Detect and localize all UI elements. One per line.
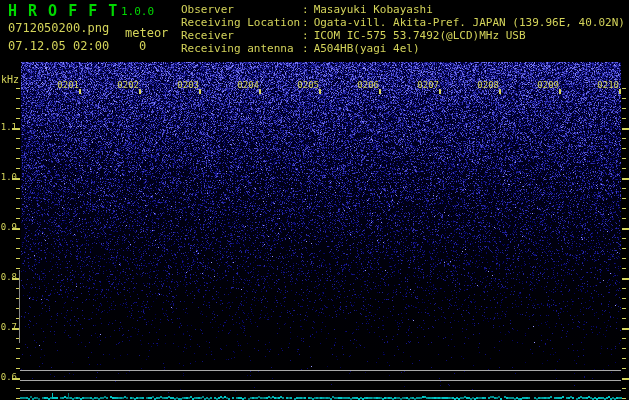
station-info-row: Receiver:ICOM IC-575 53.7492(@LCD)MHz US… xyxy=(181,29,625,42)
freq-tick-label: 1.1 xyxy=(0,122,17,132)
station-info-value: A504HB(yagi 4el) xyxy=(314,42,420,55)
datetime-label: 07.12.05 02:00 xyxy=(8,39,109,53)
station-info-label: Receiving Location xyxy=(181,16,302,29)
station-info-row: Receiving antenna:A504HB(yagi 4el) xyxy=(181,42,625,55)
app-version: 1.0.0 xyxy=(121,5,154,18)
output-filename: 0712050200.png xyxy=(8,21,109,35)
app-title: H R O F F T xyxy=(8,2,118,20)
freq-tick-label: 1.0 xyxy=(0,172,17,182)
freq-tick-label: 0.7 xyxy=(0,322,17,332)
station-info-separator: : xyxy=(302,42,309,55)
time-tick-label: 0208 xyxy=(477,80,499,90)
freq-tick-label: 0.9 xyxy=(0,222,17,232)
station-info-value: Masayuki Kobayashi xyxy=(314,3,433,16)
freq-tick-label: 0.8 xyxy=(0,272,17,282)
station-info: Observer:Masayuki KobayashiReceiving Loc… xyxy=(181,3,625,55)
time-tick-label: 0206 xyxy=(357,80,379,90)
station-info-separator: : xyxy=(302,29,309,42)
hrofft-screen: H R O F F T 1.0.0 0712050200.png meteor … xyxy=(0,0,629,400)
time-tick-label: 0204 xyxy=(237,80,259,90)
station-info-label: Receiver xyxy=(181,29,302,42)
mode-label: meteor xyxy=(125,26,168,40)
spectrogram-canvas xyxy=(0,0,629,400)
time-tick-label: 0201 xyxy=(57,80,79,90)
station-info-separator: : xyxy=(302,16,309,29)
time-tick-label: 0202 xyxy=(117,80,139,90)
station-info-row: Receiving Location:Ogata-vill. Akita-Pre… xyxy=(181,16,625,29)
time-tick-label: 0210 xyxy=(597,80,619,90)
station-info-value: ICOM IC-575 53.7492(@LCD)MHz USB xyxy=(314,29,526,42)
time-tick-label: 0203 xyxy=(177,80,199,90)
freq-tick-label: 0.6 xyxy=(0,372,17,382)
time-tick-label: 0205 xyxy=(297,80,319,90)
time-tick-label: 0209 xyxy=(537,80,559,90)
station-info-label: Receiving antenna xyxy=(181,42,302,55)
station-info-row: Observer:Masayuki Kobayashi xyxy=(181,3,625,16)
freq-axis-unit: kHz xyxy=(1,74,19,85)
station-info-label: Observer xyxy=(181,3,302,16)
station-info-separator: : xyxy=(302,3,309,16)
station-info-value: Ogata-vill. Akita-Pref. JAPAN (139.96E, … xyxy=(314,16,625,29)
time-tick-label: 0207 xyxy=(417,80,439,90)
meteor-count: 0 xyxy=(139,39,146,53)
